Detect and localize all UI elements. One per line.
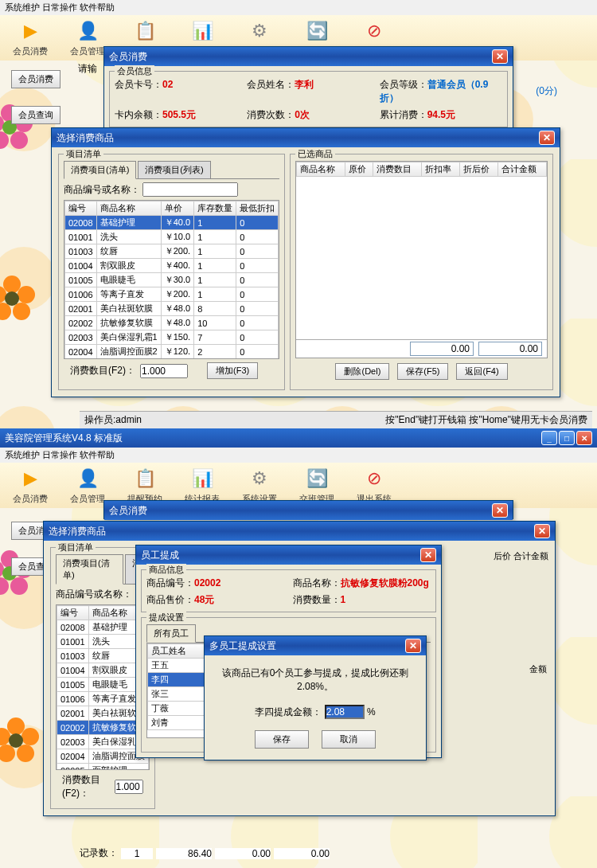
amount-label: 金额 [529, 663, 547, 675]
balance-value: 505.5元 [162, 109, 196, 120]
toolbar-icon: ⚙ [247, 466, 272, 491]
toolbar-icon: ▶ [18, 18, 43, 44]
table-row[interactable]: 02004油脂调控面膜 [57, 749, 149, 764]
toolbar-3[interactable]: 📊统计报表 [185, 466, 220, 505]
table-row[interactable]: 01004割双眼皮￥400.10 [65, 259, 279, 273]
emp-row[interactable]: 王五 [148, 659, 209, 673]
window-title: 会员消费 [109, 504, 147, 518]
toolbar-icon: 🔄 [304, 18, 330, 44]
table-row[interactable]: 01006等离子直发 [57, 692, 149, 706]
svg-point-8 [13, 303, 30, 320]
close-icon[interactable]: ✕ [492, 503, 508, 518]
sum-total: 0.00 [478, 342, 542, 356]
table-row[interactable]: 02001美白祛斑软膜￥48.080 [65, 302, 279, 316]
table-row[interactable]: 01003纹唇￥200.10 [65, 244, 279, 259]
action-button[interactable]: 删除(Del) [335, 363, 389, 380]
col-header: 合计金额 [498, 162, 547, 177]
emp-row[interactable]: 李四 [148, 673, 209, 687]
name-value: 抗敏修复软膜粉200g [341, 577, 429, 588]
table-row[interactable]: 02003美白保湿乳霜 [57, 735, 149, 749]
close-icon[interactable]: ✕ [576, 431, 592, 445]
search-input[interactable] [142, 182, 238, 197]
titlebar[interactable]: 选择消费商品 ✕ [52, 128, 560, 147]
action-button[interactable]: 保存(F5) [397, 363, 448, 380]
add-button[interactable]: 增加(F3) [207, 362, 258, 379]
table-row[interactable]: 02004油脂调控面膜2￥120.20 [65, 345, 279, 359]
product-table[interactable]: 编号商品名称单价库存数量最低折扣02008基础护理￥40.01001001洗头￥… [64, 200, 279, 359]
amount-input[interactable] [325, 705, 365, 719]
operator-text: 操作员:admin [84, 413, 142, 427]
table-row[interactable]: 01006等离子直发￥200.10 [65, 287, 279, 302]
amount-label: 李四提成金额： [255, 706, 322, 717]
decor-flower [0, 717, 40, 764]
app-menu-bar[interactable]: 系统维护 日常操作 软件帮助 [0, 448, 597, 463]
app-titlebar[interactable]: 美容院管理系统V4.8 标准版 _ □ ✕ [0, 428, 597, 448]
employee-list[interactable]: 员工姓名王五李四张三丁薇刘青 [146, 643, 210, 738]
svg-point-23 [9, 733, 23, 748]
toolbar-2[interactable]: 📋提醒预约 [127, 466, 162, 505]
window-title: 多员工提成设置 [209, 639, 276, 653]
toolbar-0[interactable]: ▶会员消费 [13, 466, 48, 505]
count-label: 消费次数： [247, 109, 295, 120]
save-button[interactable]: 保存 [255, 730, 309, 749]
search-label: 商品编号或名称： [64, 184, 140, 195]
table-row[interactable]: 01004割双眼皮 [57, 663, 149, 678]
maximize-icon[interactable]: □ [559, 431, 575, 445]
toolbar-1[interactable]: 👤会员管理 [70, 466, 105, 505]
multi-commission-dialog: 多员工提成设置✕ 该商品已有0个员工参与提成，提成比例还剩2.08%。 李四提成… [204, 635, 427, 760]
action-button[interactable]: 返回(F4) [456, 363, 507, 380]
table-row[interactable]: 02008基础护理￥40.010 [65, 216, 279, 230]
toolbar-0[interactable]: ▶会员消费 [13, 18, 48, 57]
balance-label: 卡内余额： [115, 109, 162, 120]
cancel-button[interactable]: 取消 [322, 730, 376, 749]
toolbar-1[interactable]: 👤会员管理 [70, 18, 105, 57]
table-row[interactable]: 01005电眼睫毛￥30.010 [65, 273, 279, 287]
status-bar: 操作员:admin 按"End"键打开钱箱 按"Home"键用无卡会员消费 [80, 411, 592, 428]
table-row[interactable]: 01001洗头￥10.010 [65, 230, 279, 244]
tab[interactable]: 消费项目(清单) [56, 554, 123, 585]
tab[interactable]: 消费项目(列表) [138, 161, 210, 178]
toolbar-label: 会员管理 [70, 45, 105, 57]
side-btn[interactable]: 会员消费 [11, 70, 60, 88]
goods-group-legend: 商品信息 [146, 564, 186, 576]
table-row[interactable]: 01003纹唇 [57, 649, 149, 663]
close-icon[interactable]: ✕ [534, 524, 550, 538]
toolbar-6[interactable]: ⊘退出系统 [357, 466, 392, 505]
qty-value: 1 [341, 594, 346, 605]
close-icon[interactable]: ✕ [492, 49, 508, 64]
app-menu-bar[interactable]: 系统维护 日常操作 软件帮助 [0, 0, 597, 15]
toolbar-4[interactable]: ⚙系统设置 [242, 466, 277, 505]
qty-input[interactable] [115, 780, 143, 794]
table-row[interactable]: 02005面部护理 [57, 764, 149, 771]
selected-header: 商品名称原价消费数目折扣率折后价合计金额 [296, 162, 547, 177]
table-row[interactable]: 02002抗敏修复软膜￥48.0100 [65, 316, 279, 330]
total-value: 94.5元 [427, 109, 455, 120]
table-row[interactable]: 01001洗头 [57, 635, 149, 649]
titlebar[interactable]: 会员消费 ✕ [104, 47, 513, 66]
close-icon[interactable]: ✕ [405, 639, 421, 653]
side-btn[interactable]: 会员查询 [11, 106, 60, 124]
decor-flower [0, 275, 36, 323]
table-row[interactable]: 01005电眼睫毛 [57, 678, 149, 692]
close-icon[interactable]: ✕ [539, 131, 555, 145]
table-row[interactable]: 02001美白祛斑软膜 [57, 706, 149, 721]
emp-row[interactable]: 张三 [148, 687, 209, 702]
table-row[interactable]: 02002抗敏修复软膜 [57, 721, 149, 735]
qty-input[interactable] [140, 364, 188, 378]
toolbar-label: 会员消费 [13, 45, 48, 57]
tips-text: 按"End"键打开钱箱 按"Home"键用无卡会员消费 [385, 413, 587, 427]
setup-group-legend: 提成设置 [146, 612, 186, 624]
total-label: 累计消费： [380, 109, 427, 120]
minimize-icon[interactable]: _ [541, 431, 557, 445]
table-row[interactable]: 02008基础护理 [57, 620, 149, 635]
tab-all-emp[interactable]: 所有员工 [146, 624, 196, 643]
emp-row[interactable]: 刘青 [148, 716, 209, 730]
table-row[interactable]: 02003美白保湿乳霜1￥150.70 [65, 330, 279, 345]
close-icon[interactable]: ✕ [420, 548, 436, 562]
toolbar-5[interactable]: 🔄交班管理 [299, 466, 334, 505]
toolbar-icon: 📋 [132, 466, 158, 491]
emp-row[interactable]: 丁薇 [148, 702, 209, 716]
record-count: 1 [121, 848, 153, 859]
col-header: 商品名称 [96, 201, 161, 216]
tab[interactable]: 消费项目(清单) [64, 161, 136, 179]
